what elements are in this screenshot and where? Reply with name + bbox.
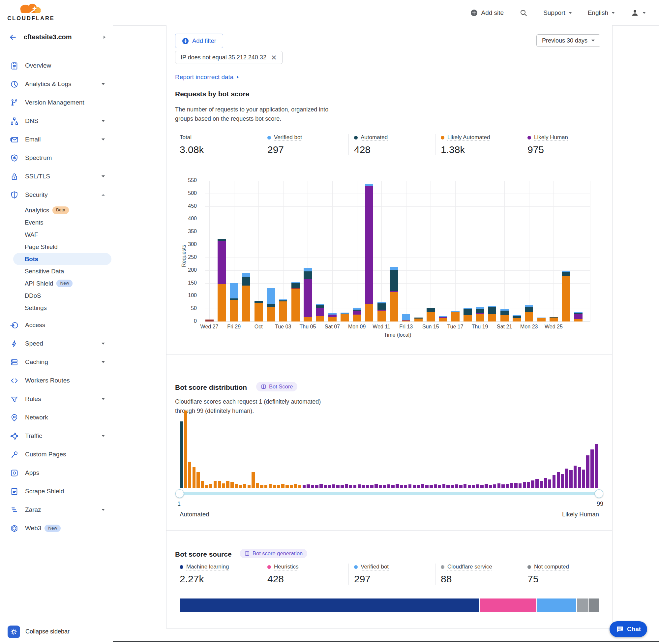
sidebar-item-dns[interactable]: DNS (0, 112, 113, 130)
sidebar-item-settings[interactable]: Settings (13, 302, 112, 314)
sidebar-item-sensitive-data[interactable]: Sensitive Data (13, 265, 112, 277)
collapse-sidebar-label[interactable]: Collapse sidebar (25, 628, 70, 635)
site-switcher[interactable]: cftestsite3.com (0, 25, 113, 49)
histogram-bar (180, 421, 183, 488)
sidebar-item-label: Analytics & Logs (25, 80, 71, 88)
gridline (455, 181, 455, 322)
sidebar-item-label: Caching (25, 359, 48, 366)
histogram-bar (298, 485, 302, 488)
add-site-button[interactable]: Add site (470, 9, 504, 17)
likely-human-dot (527, 136, 531, 139)
sidebar-item-scrape-shield[interactable]: Scrape Shield (0, 482, 113, 501)
analytics-icon (10, 80, 19, 89)
stat-value: 297 (267, 144, 349, 155)
account-menu[interactable] (631, 8, 646, 17)
histogram-bar (294, 484, 297, 488)
sidebar-item-email[interactable]: Email (0, 130, 113, 149)
sidebar-item-traffic[interactable]: Traffic (0, 427, 113, 445)
stat-label: Verified bot (354, 564, 435, 570)
sidebar-item-apps[interactable]: Apps (0, 464, 113, 482)
date-range-dropdown[interactable]: Previous 30 days (536, 34, 600, 47)
sidebar-item-label: Access (25, 322, 45, 329)
sidebar-item-label: DNS (25, 117, 38, 125)
bar-segment-verified-bot (537, 318, 546, 318)
sidebar-item-version-management[interactable]: Version Management (0, 93, 113, 112)
report-incorrect-data-link[interactable]: Report incorrect data (175, 73, 239, 81)
sidebar-item-ssl-tls[interactable]: SSL/TLS (0, 167, 113, 186)
bar-segment-likely-automated (525, 312, 533, 322)
bar-segment-likely-automated (574, 319, 583, 322)
bar-segment-other (291, 288, 300, 290)
source-stats-row: Machine learning2.27kHeuristics428Verifi… (175, 564, 613, 585)
sidebar-item-security[interactable]: Security (0, 186, 113, 204)
chevron-right-icon[interactable] (103, 36, 105, 39)
slider-handle-max[interactable] (595, 489, 603, 498)
bar-segment-automated (279, 300, 287, 301)
add-filter-button[interactable]: Add filter (175, 33, 223, 48)
sidebar-item-analytics-logs[interactable]: Analytics & Logs (0, 75, 113, 93)
score-range-slider-track[interactable] (180, 492, 599, 495)
settings-gear-button[interactable] (7, 625, 20, 638)
histogram-bar (345, 484, 348, 488)
cloudflare-logo[interactable]: CLOUDFLARE (6, 1, 56, 21)
sidebar-item-api-shield[interactable]: API ShieldNew (13, 277, 112, 290)
sidebar-item-bots[interactable]: Bots (13, 253, 112, 265)
histogram-bar (192, 467, 196, 488)
y-tick-label: 0 (169, 318, 197, 324)
bar-segment-likely-human (476, 313, 484, 314)
histogram-bar (243, 484, 246, 488)
histogram-bar (285, 485, 289, 488)
filter-chip[interactable]: IP does not equal 35.212.240.32 ✕ (175, 51, 283, 64)
sidebar-item-zaraz[interactable]: Zaraz (0, 501, 113, 519)
bar-segment-automated (427, 308, 435, 312)
search-button[interactable] (520, 9, 527, 17)
sidebar-item-label: Zaraz (25, 506, 41, 513)
bar-segment-verified-bot (340, 313, 349, 314)
stat-label-text: Verified bot (361, 564, 389, 570)
bot-score-badge[interactable]: Bot Score (256, 382, 297, 391)
slider-handle-min[interactable] (175, 489, 184, 498)
doc-icon (261, 384, 266, 389)
sidebar-item-caching[interactable]: Caching (0, 353, 113, 371)
sidebar-item-access[interactable]: Access (0, 316, 113, 335)
histogram-bar (417, 485, 420, 488)
language-menu[interactable]: English (588, 9, 615, 17)
bar-segment-likely-automated (242, 285, 250, 322)
sidebar-item-waf[interactable]: WAF (13, 229, 112, 241)
bot-score-generation-badge[interactable]: Bot score generation (240, 549, 307, 558)
histogram-bar (573, 466, 577, 488)
histogram-bar (519, 483, 522, 488)
sidebar-item-web3[interactable]: Web3New (0, 519, 113, 537)
bar-segment-automated (415, 318, 423, 318)
histogram-bar (501, 484, 505, 488)
histogram-bar (184, 411, 187, 488)
bar-segment-likely-human (328, 315, 336, 317)
support-menu[interactable]: Support (543, 9, 572, 17)
sidebar-item-custom-pages[interactable]: Custom Pages (0, 445, 113, 464)
histogram-bar (218, 481, 221, 488)
remove-filter-icon[interactable]: ✕ (271, 54, 277, 61)
sidebar-item-analytics[interactable]: AnalyticsBeta (13, 204, 112, 216)
back-arrow-icon[interactable] (8, 33, 17, 42)
sidebar-item-speed[interactable]: Speed (0, 335, 113, 353)
sidebar-item-label: API Shield (25, 280, 53, 287)
histogram-bar (451, 485, 454, 488)
sidebar-item-label: DDoS (25, 292, 41, 299)
sidebar-item-workers-routes[interactable]: Workers Routes (0, 371, 113, 390)
bar-segment-likely-automated (304, 317, 312, 322)
histogram-bar (226, 481, 230, 488)
sidebar-item-rules[interactable]: Rules (0, 390, 113, 408)
chat-button[interactable]: Chat (610, 621, 647, 637)
sidebar-item-network[interactable]: Network (0, 408, 113, 427)
sidebar-item-ddos[interactable]: DDoS (13, 290, 112, 302)
histogram-bar (269, 484, 272, 488)
gridline (205, 245, 590, 245)
gridline (430, 181, 431, 322)
sidebar-item-overview[interactable]: Overview (0, 56, 113, 75)
sidebar-item-page-shield[interactable]: Page Shield (13, 241, 112, 253)
cloudflare-dashboard: CLOUDFLARE Add site Support English (0, 0, 659, 644)
sidebar-item-events[interactable]: Events (13, 216, 112, 229)
slider-min-caption: Automated (180, 511, 209, 518)
histogram-bar (248, 485, 251, 488)
sidebar-item-spectrum[interactable]: Spectrum (0, 149, 113, 167)
